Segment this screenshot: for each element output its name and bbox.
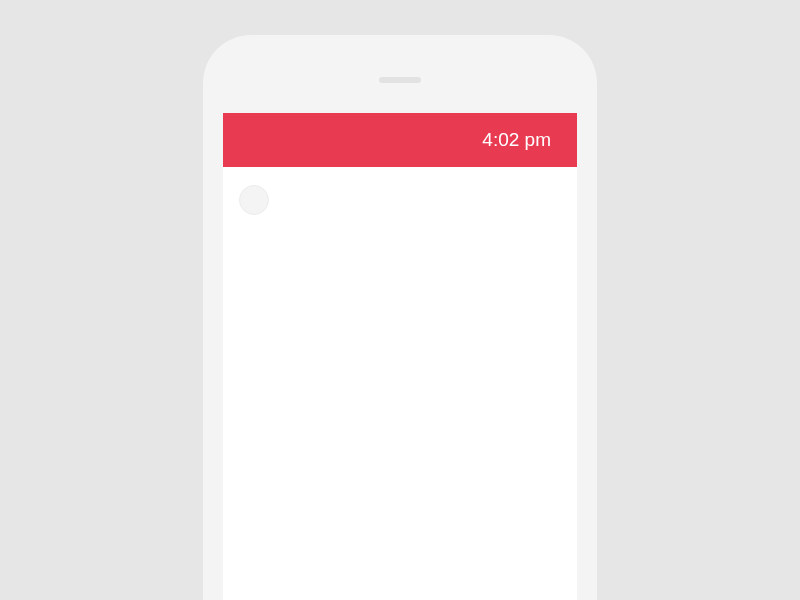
phone-screen: 4:02 pm — [223, 113, 577, 600]
status-time: 4:02 pm — [482, 129, 551, 151]
avatar-placeholder — [239, 185, 269, 215]
phone-speaker — [379, 77, 421, 83]
status-bar: 4:02 pm — [223, 113, 577, 167]
phone-frame: 4:02 pm — [203, 35, 597, 600]
